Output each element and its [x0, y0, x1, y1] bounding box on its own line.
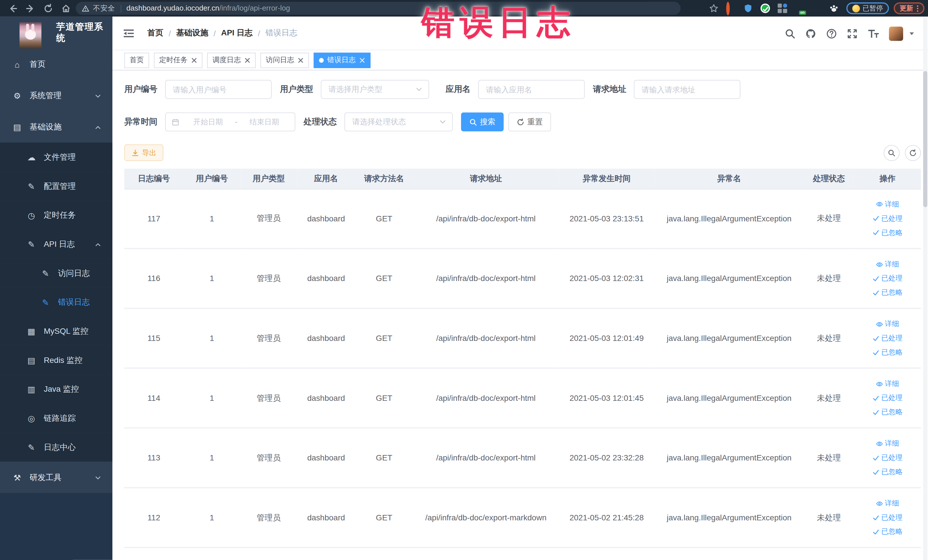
menu-label: 系统管理: [30, 90, 62, 101]
sidebar-collapse-icon[interactable]: [123, 28, 134, 38]
calendar-icon: [172, 118, 179, 126]
extension-grid-icon[interactable]: [777, 3, 787, 13]
cell-user-type: 管理员: [240, 189, 297, 249]
mark-ignored-link[interactable]: 已忽略: [872, 407, 903, 417]
sidebar-item-file-management[interactable]: ☁ 文件管理: [0, 143, 112, 172]
fullscreen-icon[interactable]: [847, 28, 858, 39]
mark-processed-link[interactable]: 已处理: [872, 214, 903, 223]
logo-area[interactable]: 芋道管理系统: [0, 17, 112, 49]
sidebar-item-config-management[interactable]: ✎ 配置管理: [0, 172, 112, 201]
ignored-label: 已忽略: [881, 348, 903, 357]
cell-actions: 详细 已处理 已忽略: [854, 368, 921, 428]
tab-schedule-log[interactable]: 调度日志: [207, 52, 256, 68]
detail-link[interactable]: 详细: [876, 379, 899, 389]
extension-shield-icon[interactable]: [743, 3, 752, 13]
sidebar-item-trace[interactable]: ◎ 链路追踪: [0, 404, 112, 433]
browser-home-icon[interactable]: [61, 3, 71, 13]
screen: 不安全 dashboard.yudao.iocoder.cn/infra/log…: [0, 0, 928, 560]
reset-button[interactable]: 重置: [508, 112, 551, 131]
mark-processed-link[interactable]: 已处理: [872, 273, 903, 283]
sidebar-item-home[interactable]: ⌂ 首页: [0, 49, 112, 80]
close-icon[interactable]: [298, 57, 304, 63]
request-url-input[interactable]: [634, 80, 740, 99]
tab-scheduled-tasks[interactable]: 定时任务: [154, 52, 202, 68]
caret-down-icon[interactable]: [908, 30, 915, 37]
sidebar-item-access-log[interactable]: ✎ 访问日志: [0, 259, 112, 288]
scrollbar-thumb[interactable]: [923, 71, 927, 207]
sidebar-item-mysql-monitor[interactable]: ▦ MySQL 监控: [0, 317, 112, 346]
cell-log-id: 116: [124, 249, 183, 308]
refresh-table-button[interactable]: [905, 145, 921, 161]
home-icon: ⌂: [12, 60, 22, 69]
paused-extension-pill[interactable]: 已暂停: [846, 2, 889, 14]
sidebar-item-devtools[interactable]: ⚒ 研发工具: [0, 462, 112, 493]
detail-link[interactable]: 详细: [876, 498, 899, 508]
breadcrumb-api-log[interactable]: API 日志: [221, 28, 253, 38]
sidebar-item-api-log[interactable]: ✎ API 日志: [0, 230, 112, 259]
forward-icon[interactable]: [25, 3, 35, 13]
bookmark-star-icon[interactable]: [709, 3, 718, 13]
process-status-select[interactable]: 请选择处理状态: [344, 112, 453, 131]
search-button[interactable]: 搜索: [461, 112, 504, 131]
sidebar-item-redis-monitor[interactable]: ▤ Redis 监控: [0, 346, 112, 375]
close-icon[interactable]: [244, 57, 250, 63]
sidebar-item-system-management[interactable]: ⚙ 系统管理: [0, 80, 112, 111]
detail-link[interactable]: 详细: [876, 200, 899, 209]
close-icon[interactable]: [191, 57, 197, 63]
mark-ignored-link[interactable]: 已忽略: [872, 348, 903, 357]
extension-paw-icon[interactable]: [829, 3, 838, 13]
check-icon: [872, 528, 879, 536]
address-bar[interactable]: 不安全 dashboard.yudao.iocoder.cn/infra/log…: [76, 2, 681, 15]
sidebar-item-java-monitor[interactable]: ▥ Java 监控: [0, 375, 112, 404]
detail-label: 详细: [885, 438, 899, 449]
sidebar-item-scheduled-tasks[interactable]: ◷ 定时任务: [0, 201, 112, 230]
detail-link[interactable]: 详细: [876, 319, 899, 329]
filter-row-2: 异常时间 开始日期 - 结束日期 处理状态 请选择处理状态: [124, 112, 928, 131]
close-icon[interactable]: [359, 57, 365, 63]
reload-icon[interactable]: [43, 3, 53, 13]
detail-label: 详细: [885, 379, 899, 389]
mark-processed-link[interactable]: 已处理: [872, 453, 903, 463]
check-icon: [872, 349, 879, 356]
browser-menu-icon[interactable]: [917, 5, 919, 12]
mark-ignored-link[interactable]: 已忽略: [872, 288, 903, 298]
error-time-range-picker[interactable]: 开始日期 - 结束日期: [165, 112, 295, 131]
mark-ignored-link[interactable]: 已忽略: [872, 526, 903, 537]
check-icon: [872, 409, 879, 416]
extension-orange-ring-icon[interactable]: [726, 3, 736, 13]
tab-access-log[interactable]: 访问日志: [261, 52, 309, 68]
mark-ignored-link[interactable]: 已忽略: [872, 227, 903, 238]
extension-on-toggle-icon[interactable]: on: [795, 4, 804, 12]
mark-processed-link[interactable]: 已处理: [872, 393, 903, 403]
cell-request-url: /api/infra/db-doc/export-html: [413, 368, 559, 428]
sidebar-item-error-log[interactable]: ✎ 错误日志: [0, 288, 112, 317]
browser-update-button[interactable]: 更新: [894, 2, 925, 14]
github-icon[interactable]: [806, 28, 816, 39]
table-row: 114 1 管理员 dashboard GET /api/infra/db-do…: [124, 368, 921, 428]
tab-home[interactable]: 首页: [124, 52, 149, 68]
show-search-toggle-button[interactable]: [884, 145, 899, 161]
extension-green-check-icon[interactable]: [760, 3, 770, 13]
export-button[interactable]: 导出: [124, 144, 163, 161]
breadcrumb-home[interactable]: 首页: [148, 28, 163, 38]
file-upload-icon: ☁: [26, 153, 36, 162]
app-name-input[interactable]: [478, 80, 585, 99]
select-arrow-icon: [439, 118, 446, 125]
user-type-select[interactable]: 请选择用户类型: [321, 80, 429, 99]
breadcrumb-infrastructure[interactable]: 基础设施: [176, 28, 208, 38]
detail-link[interactable]: 详细: [876, 438, 899, 449]
detail-link[interactable]: 详细: [876, 259, 899, 269]
mark-processed-link[interactable]: 已处理: [872, 333, 903, 343]
sidebar-item-infrastructure[interactable]: ▤ 基础设施: [0, 111, 112, 143]
help-icon[interactable]: [826, 28, 837, 39]
mark-ignored-link[interactable]: 已忽略: [872, 467, 903, 477]
sidebar-item-log-center[interactable]: ✎ 日志中心: [0, 433, 112, 462]
user-id-input[interactable]: [165, 80, 272, 99]
extension-leaf-icon[interactable]: [812, 3, 821, 13]
search-icon[interactable]: [785, 28, 795, 39]
back-icon[interactable]: [8, 3, 18, 13]
avatar[interactable]: [889, 26, 903, 41]
font-size-icon[interactable]: [867, 28, 879, 39]
tab-error-log[interactable]: 错误日志: [314, 52, 371, 68]
mark-processed-link[interactable]: 已处理: [872, 513, 903, 523]
